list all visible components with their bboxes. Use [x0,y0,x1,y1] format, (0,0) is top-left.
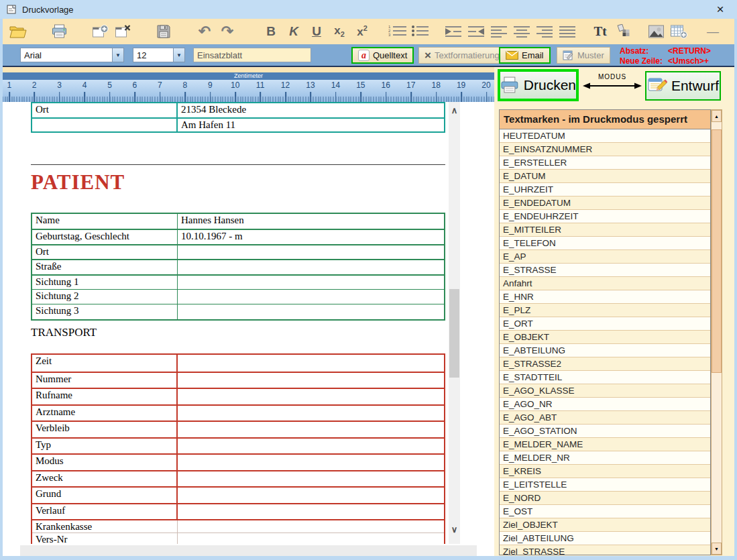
row-label: Ort [32,245,178,259]
textmark-item[interactable]: E_DATUM [500,170,710,183]
textmark-item[interactable]: E_UHRZEIT [500,183,710,197]
scrollbar-thumb[interactable] [449,289,459,378]
textmark-item[interactable]: E_AGO_STATION [500,425,710,438]
horizontal-scroll-track[interactable] [20,545,477,556]
scroll-down-icon[interactable]: ∨ [449,523,460,537]
font-size-select[interactable]: 12 ▼ [133,48,185,62]
textmark-item[interactable]: E_TELEFON [500,237,710,250]
email-button[interactable]: Email [499,47,551,64]
save-button[interactable] [152,21,175,42]
bold-button[interactable]: B [260,21,282,42]
ruler-numbers: 1234567891011121314151617181920 [3,80,494,90]
textmark-item[interactable]: E_ABTEILUNG [500,344,710,357]
textformatierung-label: Textformatierung [435,50,500,60]
textmark-item[interactable]: E_STADTTEIL [500,371,710,384]
textmarken-scrollbar[interactable]: ▲ ▼ [711,109,722,555]
chevron-down-icon: ▼ [112,48,123,62]
font-family-select[interactable]: Arial ▼ [20,48,124,62]
paint-fill-icon [615,24,632,39]
ruler-number: 11 [247,80,272,90]
chevron-down-icon: ▼ [173,48,184,62]
textmark-item[interactable]: E_STRASSE [500,264,710,277]
textmark-item[interactable]: E_OST [500,505,710,518]
indent-increase-button[interactable] [442,21,465,42]
drucken-mode-button[interactable]: Drucken [498,69,579,101]
textmark-item[interactable]: E_MELDER_NAME [500,438,710,451]
italic-button[interactable]: K [282,21,305,42]
row-value: 21354 Bleckede [178,103,444,117]
align-center-button[interactable] [510,21,533,42]
superscript-icon: x2 [357,24,367,39]
insert-table-button[interactable] [667,21,690,42]
subscript-button[interactable]: x2 [328,21,351,42]
template-name-input[interactable] [193,48,311,62]
align-right-button[interactable] [533,21,556,42]
scroll-up-icon[interactable]: ▲ [712,110,722,122]
undo-button[interactable]: ↶ [193,21,216,42]
textmark-item[interactable]: E_AP [500,250,710,264]
underline-button[interactable]: U [305,21,328,42]
textmark-item[interactable]: E_KREIS [500,465,710,478]
textmark-item[interactable]: E_HNR [500,290,710,304]
superscript-button[interactable]: x2 [351,21,374,42]
numbered-list-button[interactable]: 123 [386,21,409,42]
textmark-item[interactable]: E_NORD [500,492,710,505]
align-justify-button[interactable] [556,21,579,42]
insert-page-button[interactable] [89,21,111,42]
scrollbar-thumb[interactable] [712,129,722,373]
entwurf-mode-button[interactable]: Entwurf [645,71,721,101]
textmark-item[interactable]: E_AGO_NR [500,398,710,411]
align-left-button[interactable] [488,21,510,42]
ruler-number: 20 [473,80,494,90]
textmark-item[interactable]: Ziel_OBJEKT [500,518,710,532]
textmark-item[interactable]: E_AGO_ABT [500,411,710,425]
textmark-item[interactable]: E_ENDEUHRZEIT [500,210,710,223]
ruler-number: 4 [72,80,97,90]
textformatierung-button[interactable]: × Textformatierung [418,47,506,64]
textmark-item[interactable]: E_OBJEKT [500,331,710,344]
scroll-down-icon[interactable]: ▼ [712,543,722,555]
textmark-item[interactable]: Ziel_ABTEILUNG [500,532,710,545]
indent-decrease-button[interactable] [465,21,488,42]
insert-image-button[interactable] [644,21,667,42]
print-button[interactable] [48,21,70,42]
textmark-item[interactable]: E_MITTEILER [500,223,710,237]
textmark-item[interactable]: E_LEITSTELLE [500,478,710,492]
ruler-unit-bar: Zentimeter [3,72,494,80]
fill-color-button[interactable] [612,21,634,42]
redo-button[interactable]: ↷ [216,21,239,42]
scroll-up-icon[interactable]: ∧ [449,104,460,117]
textmark-item[interactable]: E_AGO_KLASSE [500,384,710,398]
textmark-item[interactable]: E_ENDEDATUM [500,197,710,210]
envelope-icon [506,51,518,60]
textmarken-header: Textmarken - im Druckmodus gesperrt [500,110,710,129]
textmark-item[interactable]: HEUTEDATUM [500,129,710,143]
table-row: Arztname [32,404,444,421]
bullet-list-button[interactable] [409,21,432,42]
quelltext-button[interactable]: a Quelltext [351,47,414,64]
insert-hline-button[interactable]: — [701,21,724,42]
textmark-item[interactable]: Anfahrt [500,277,710,290]
textmarken-list: Textmarken - im Druckmodus gesperrt HEUT… [499,109,711,555]
horizontal-line-icon: — [707,25,719,39]
textmark-item[interactable]: E_EINSATZNUMMER [500,143,710,156]
font-dialog-button[interactable]: Tt [589,21,612,42]
table-row: Ort [32,244,444,259]
textmark-item[interactable]: E_ERSTELLER [500,156,710,170]
window-close-icon[interactable]: × [712,1,729,17]
ruler-number: 13 [298,80,323,90]
document-scrollbar[interactable]: ∧ ∨ [449,102,460,544]
textmark-item[interactable]: Ziel_STRASSE [500,545,710,555]
muster-button[interactable]: Muster [557,47,610,64]
muster-label: Muster [577,50,604,60]
textmark-item[interactable]: E_ORT [500,317,710,331]
row-label: Krankenkasse [32,520,178,533]
textmark-item[interactable]: E_MELDER_NR [500,451,710,465]
open-file-button[interactable] [7,21,30,42]
textmark-item[interactable]: E_PLZ [500,304,710,317]
align-left-icon [490,25,508,38]
table-add-icon [670,24,688,39]
table-row: Sichtung 3 [32,304,444,319]
textmark-item[interactable]: E_STRASSE2 [500,357,710,371]
delete-page-button[interactable] [111,21,134,42]
